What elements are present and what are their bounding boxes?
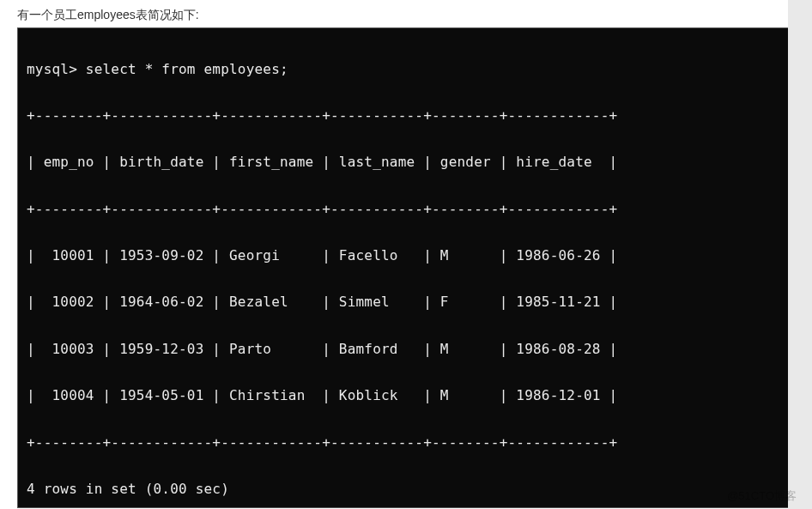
table-row: | 10001 | 1953-09-02 | Georgi | Facello … <box>27 244 785 267</box>
table-divider: +--------+------------+------------+----… <box>27 197 785 221</box>
content-area: 有一个员工employees表简况如下: mysql> select * fro… <box>0 0 812 509</box>
table-divider: +--------+------------+------------+----… <box>27 431 785 454</box>
intro-text: 有一个员工employees表简况如下: <box>17 5 795 24</box>
table-row: | 10004 | 1954-05-01 | Chirstian | Kobli… <box>27 384 785 407</box>
watermark-text: @51CTO博客 <box>727 488 797 504</box>
sql-command: mysql> select * from employees; <box>27 58 785 81</box>
table-header: | emp_no | birth_date | first_name | las… <box>27 150 785 173</box>
side-panel <box>788 0 812 509</box>
result-footer: 4 rows in set (0.00 sec) <box>27 477 785 500</box>
terminal-output-1: mysql> select * from employees; +-------… <box>17 27 795 508</box>
table-row: | 10002 | 1964-06-02 | Bezalel | Simmel … <box>27 290 785 313</box>
table-row: | 10003 | 1959-12-03 | Parto | Bamford |… <box>27 337 785 361</box>
table-divider: +--------+------------+------------+----… <box>27 104 785 127</box>
